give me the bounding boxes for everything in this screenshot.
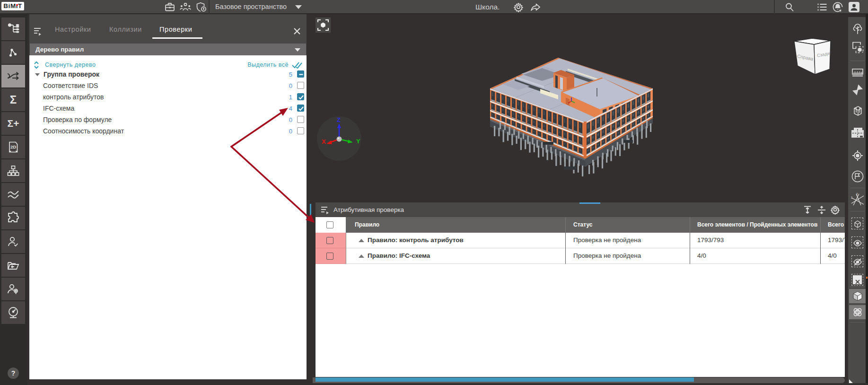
- svg-text:1: 1: [851, 196, 853, 199]
- svg-text:2D: 2D: [10, 144, 16, 149]
- svg-text:2: 2: [856, 192, 858, 196]
- svg-text:Y: Y: [356, 138, 360, 145]
- svg-text:X: X: [322, 138, 326, 145]
- svg-text:Z: Z: [337, 116, 341, 123]
